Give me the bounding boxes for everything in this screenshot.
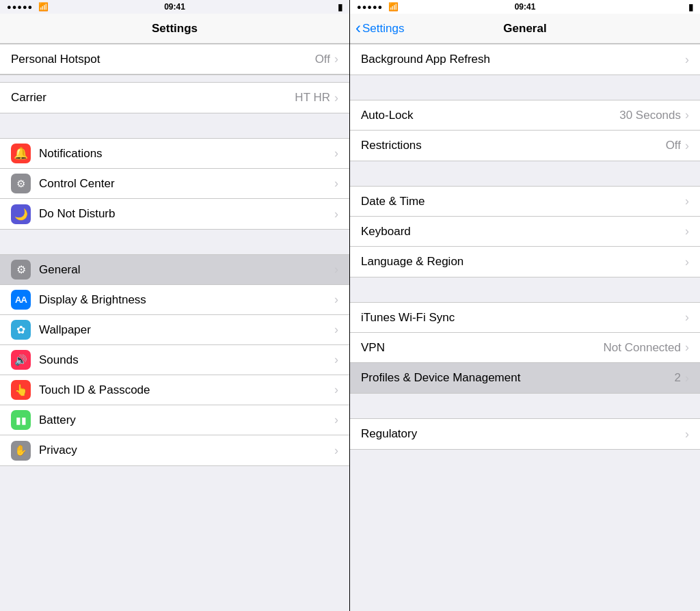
battery-right-icon: ▮ xyxy=(688,2,693,12)
row-keyboard[interactable]: Keyboard › xyxy=(350,217,700,247)
label-profiles: Profiles & Device Management xyxy=(361,371,675,385)
signal-area: ●●●●● 📶 xyxy=(7,2,49,12)
row-carrier[interactable]: Carrier HT HR › xyxy=(0,83,349,113)
separator-g1 xyxy=(350,75,700,100)
general-panel: ●●●●● 📶 09:41 ▮ ‹ Settings General Backg… xyxy=(350,0,700,611)
battery-area-right: ▮ xyxy=(688,2,693,12)
chevron-itunes-icon: › xyxy=(685,310,689,325)
label-carrier: Carrier xyxy=(11,91,295,105)
label-language: Language & Region xyxy=(361,255,685,269)
group-itunes: iTunes Wi-Fi Sync › VPN Not Connected › … xyxy=(350,302,700,394)
nav-title-general: General xyxy=(503,22,546,36)
separator-g4 xyxy=(350,394,700,418)
wallpaper-icon: ✿ xyxy=(11,320,31,340)
label-bg-refresh: Background App Refresh xyxy=(361,53,685,66)
status-time: 09:41 xyxy=(164,2,185,12)
separator-g3 xyxy=(350,277,700,302)
status-bar-left: ●●●●● 📶 09:41 ▮ xyxy=(0,0,349,14)
label-wallpaper: Wallpaper xyxy=(39,323,334,337)
row-regulatory[interactable]: Regulatory › xyxy=(350,419,700,449)
notifications-icon: 🔔 xyxy=(11,144,31,163)
chevron-vpn-icon: › xyxy=(685,340,689,355)
label-battery: Battery xyxy=(39,413,334,427)
label-touchid: Touch ID & Passcode xyxy=(39,383,334,397)
label-display: Display & Brightness xyxy=(39,293,334,307)
group-autolock: Auto-Lock 30 Seconds › Restrictions Off … xyxy=(350,100,700,161)
row-control-center[interactable]: ⚙ Control Center › xyxy=(0,169,349,199)
label-sounds: Sounds xyxy=(39,353,334,367)
back-button[interactable]: ‹ Settings xyxy=(355,21,404,36)
general-icon: ⚙ xyxy=(11,260,31,280)
chevron-wallpaper-icon: › xyxy=(334,323,338,337)
row-language[interactable]: Language & Region › xyxy=(350,247,700,277)
battery-row-icon: ▮▮ xyxy=(11,410,31,430)
row-profiles[interactable]: Profiles & Device Management 2 › xyxy=(350,363,700,393)
label-notifications: Notifications xyxy=(39,147,334,161)
status-bar-right: ●●●●● 📶 09:41 ▮ xyxy=(350,0,700,14)
row-itunes[interactable]: iTunes Wi-Fi Sync › xyxy=(350,303,700,333)
signal-dots-icon: ●●●●● xyxy=(7,3,33,11)
row-battery[interactable]: ▮▮ Battery › xyxy=(0,405,349,435)
row-touchid[interactable]: 👆 Touch ID & Passcode › xyxy=(0,375,349,405)
privacy-icon: ✋ xyxy=(11,441,31,461)
do-not-disturb-icon: 🌙 xyxy=(11,204,31,224)
chevron-personal-hotspot-icon: › xyxy=(334,52,338,66)
row-do-not-disturb[interactable]: 🌙 Do Not Disturb › xyxy=(0,199,349,229)
touchid-icon: 👆 xyxy=(11,380,31,400)
settings-panel: ●●●●● 📶 09:41 ▮ Settings Personal Hotspo… xyxy=(0,0,350,611)
group-regulatory: Regulatory › xyxy=(350,418,700,450)
row-display[interactable]: AA Display & Brightness › xyxy=(0,285,349,315)
value-restrictions: Off xyxy=(666,139,681,152)
group-partial: Personal Hotspot Off › xyxy=(0,44,349,75)
row-general[interactable]: ⚙ General › xyxy=(0,255,349,285)
value-personal-hotspot: Off xyxy=(315,53,330,66)
chevron-regulatory-icon: › xyxy=(685,427,689,442)
separator-2 xyxy=(0,113,349,138)
chevron-privacy-icon: › xyxy=(334,444,338,458)
nav-bar-general: ‹ Settings General xyxy=(350,14,700,44)
chevron-dnd-icon: › xyxy=(334,207,338,221)
value-profiles: 2 xyxy=(675,371,681,385)
chevron-general-icon: › xyxy=(334,262,338,277)
group-carrier: Carrier HT HR › xyxy=(0,82,349,113)
label-regulatory: Regulatory xyxy=(361,427,685,441)
chevron-profiles-icon: › xyxy=(685,371,689,385)
status-time-right: 09:41 xyxy=(515,2,536,12)
group-datetime: Date & Time › Keyboard › Language & Regi… xyxy=(350,186,700,277)
label-vpn: VPN xyxy=(361,341,604,355)
value-autolock: 30 Seconds xyxy=(619,109,681,122)
chevron-notifications-icon: › xyxy=(334,146,338,161)
row-vpn[interactable]: VPN Not Connected › xyxy=(350,333,700,363)
row-sounds[interactable]: 🔊 Sounds › xyxy=(0,345,349,375)
separator-3 xyxy=(0,230,349,254)
chevron-sounds-icon: › xyxy=(334,353,338,367)
chevron-touchid-icon: › xyxy=(334,383,338,397)
row-datetime[interactable]: Date & Time › xyxy=(350,187,700,217)
row-wallpaper[interactable]: ✿ Wallpaper › xyxy=(0,315,349,345)
separator-bottom-1 xyxy=(0,466,349,491)
general-content[interactable]: Background App Refresh › Auto-Lock 30 Se… xyxy=(350,44,700,611)
row-bg-refresh[interactable]: Background App Refresh › xyxy=(350,44,700,74)
back-chevron-icon: ‹ xyxy=(355,20,361,36)
label-keyboard: Keyboard xyxy=(361,225,685,239)
row-personal-hotspot[interactable]: Personal Hotspot Off › xyxy=(0,44,349,74)
chevron-keyboard-icon: › xyxy=(685,224,689,239)
chevron-language-icon: › xyxy=(685,255,689,269)
display-icon: AA xyxy=(11,290,31,310)
chevron-carrier-icon: › xyxy=(334,91,338,105)
battery-icon: ▮ xyxy=(338,2,342,12)
row-notifications[interactable]: 🔔 Notifications › xyxy=(0,139,349,169)
label-datetime: Date & Time xyxy=(361,195,685,208)
row-privacy[interactable]: ✋ Privacy › xyxy=(0,435,349,465)
chevron-battery-icon: › xyxy=(334,413,338,427)
label-itunes: iTunes Wi-Fi Sync xyxy=(361,311,685,325)
settings-content[interactable]: Personal Hotspot Off › Carrier HT HR › 🔔… xyxy=(0,44,349,611)
row-autolock[interactable]: Auto-Lock 30 Seconds › xyxy=(350,100,700,131)
control-center-icon: ⚙ xyxy=(11,174,31,193)
separator-1 xyxy=(0,75,349,82)
label-privacy: Privacy xyxy=(39,444,334,457)
row-restrictions[interactable]: Restrictions Off › xyxy=(350,131,700,161)
wifi-icon: 📶 xyxy=(38,2,49,12)
label-restrictions: Restrictions xyxy=(361,139,666,152)
chevron-datetime-icon: › xyxy=(685,194,689,208)
